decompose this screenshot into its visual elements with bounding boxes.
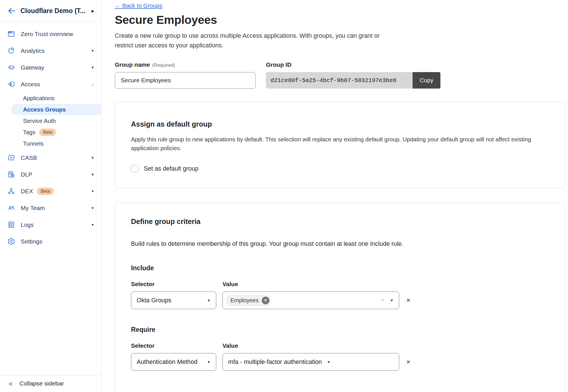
group-identity-row: Group name (Required) Group ID d21ce80f-…	[115, 61, 568, 89]
sidebar-item-label: Analytics	[21, 47, 45, 54]
remove-require-rule-icon[interactable]: ×	[406, 359, 410, 365]
include-rule-row: Okta Groups ▼ Employees × × ▼ ×	[131, 292, 549, 309]
sidebar-item-label: Tunnels	[23, 140, 43, 147]
chevron-up-icon[interactable]: ▲	[91, 82, 94, 86]
include-value-multiselect[interactable]: Employees × × ▼	[222, 292, 399, 309]
pie-chart-icon	[7, 47, 15, 54]
sidebar-item-label: Gateway	[21, 64, 44, 71]
define-group-criteria-card: Define group criteria Build rules to det…	[115, 203, 565, 392]
sidebar-item-label: Access	[21, 81, 40, 88]
sidebar-item-applications[interactable]: Applications	[0, 93, 101, 104]
sidebar-item-access-groups[interactable]: Access Groups	[0, 104, 101, 115]
sidebar-item-my-team[interactable]: My Team ▼	[0, 200, 101, 216]
group-id-label: Group ID	[266, 61, 292, 68]
casb-icon	[7, 154, 15, 162]
sidebar-item-zero-trust-overview[interactable]: Zero Trust overview	[0, 26, 101, 42]
beta-badge: Beta	[39, 129, 56, 136]
chevron-right-icon[interactable]: ▶	[91, 9, 94, 13]
sidebar-item-label: Applications	[23, 95, 55, 102]
sidebar-item-label: My Team	[21, 205, 45, 211]
back-to-groups-link[interactable]: ← Back to Groups	[115, 2, 162, 9]
clear-values-icon[interactable]: ×	[381, 297, 385, 304]
include-selector-dropdown[interactable]: Okta Groups ▼	[131, 292, 216, 309]
require-value-label: Value	[222, 342, 238, 349]
sidebar-item-dex[interactable]: DEX Beta ▼	[0, 183, 101, 200]
require-rule-row: Authentication Method ▼ mfa - multiple-f…	[131, 353, 549, 371]
sidebar-item-label: DLP	[21, 171, 32, 178]
required-hint: (Required)	[152, 62, 175, 68]
document-lock-icon	[7, 171, 15, 178]
require-labels: Selector Value	[131, 342, 549, 349]
sidebar-item-label: Access Groups	[23, 106, 66, 113]
group-name-input[interactable]	[115, 72, 256, 89]
chevron-down-icon[interactable]: ▼	[91, 49, 94, 53]
sidebar-item-label: Logs	[21, 221, 34, 228]
chevron-down-icon[interactable]: ▼	[91, 206, 94, 210]
sidebar-item-tags[interactable]: Tags Beta	[0, 127, 101, 138]
gateway-icon	[7, 64, 15, 71]
chevron-down-icon[interactable]: ▼	[91, 173, 94, 177]
sidebar-item-label: Zero Trust overview	[21, 31, 73, 37]
sidebar-nav: Zero Trust overview Analytics ▼ Gateway …	[0, 22, 101, 392]
double-chevron-left-icon: «	[9, 380, 13, 387]
chevron-down-icon: ▼	[207, 360, 211, 364]
include-selector-value: Okta Groups	[137, 297, 171, 304]
sidebar-item-dlp[interactable]: DLP ▼	[0, 166, 101, 183]
require-selector-label: Selector	[131, 342, 222, 349]
chevron-down-icon: ▼	[327, 360, 331, 364]
include-heading: Include	[131, 264, 549, 272]
chevron-down-icon[interactable]: ▼	[91, 223, 94, 227]
require-value-dropdown[interactable]: mfa - multiple-factor authentication ▼	[222, 353, 399, 371]
people-icon	[7, 204, 15, 212]
include-value-label: Value	[222, 281, 238, 288]
sidebar-item-service-auth[interactable]: Service Auth	[0, 115, 101, 127]
browser-window-icon	[7, 30, 15, 38]
group-id-field: Group ID d21ce80f-5a25-4bcf-9b07-5032197…	[266, 61, 440, 89]
sidebar-item-casb[interactable]: CASB ▼	[0, 149, 101, 166]
chip-remove-icon[interactable]: ×	[262, 297, 269, 304]
chevron-down-icon[interactable]: ▼	[91, 189, 94, 193]
page-description: Create a new rule group to use across mu…	[115, 31, 393, 50]
copy-button[interactable]: Copy	[413, 72, 440, 89]
gear-icon	[7, 238, 15, 245]
include-labels: Selector Value	[131, 281, 549, 288]
sidebar-item-logs[interactable]: Logs ▼	[0, 216, 101, 233]
zero-trust-dashboard: Cloudflare Demo (T... ▶ Zero Trust overv…	[0, 0, 568, 392]
collapse-sidebar-button[interactable]: « Collapse sidebar	[0, 375, 101, 392]
sidebar-item-label: DEX	[21, 188, 33, 195]
require-selector-dropdown[interactable]: Authentication Method ▼	[131, 353, 216, 371]
sidebar-item-label: Settings	[21, 238, 42, 245]
sidebar-item-label: Tags	[23, 129, 35, 136]
define-group-criteria-title: Define group criteria	[131, 217, 549, 226]
remove-include-rule-icon[interactable]: ×	[406, 297, 410, 304]
sidebar-item-tunnels[interactable]: Tunnels	[0, 138, 101, 149]
page-title: Secure Employees	[115, 13, 568, 27]
group-id-box: d21ce80f-5a25-4bcf-9b07-5032197e3be8 Cop…	[266, 72, 440, 89]
main-content: ← Back to Groups Secure Employees Create…	[101, 0, 568, 392]
sidebar: Cloudflare Demo (T... ▶ Zero Trust overv…	[0, 0, 101, 392]
chevron-down-icon[interactable]: ▼	[91, 156, 94, 160]
assign-default-group-title: Assign as default group	[131, 120, 549, 128]
group-name-label: Group name	[115, 61, 150, 68]
set-default-group-row: Set as default group	[131, 165, 549, 172]
sidebar-item-label: Service Auth	[23, 118, 56, 124]
require-selector-value: Authentication Method	[137, 359, 197, 366]
require-value: mfa - multiple-factor authentication	[228, 359, 322, 366]
account-title: Cloudflare Demo (T...	[20, 7, 89, 15]
group-id-value: d21ce80f-5a25-4bcf-9b07-5032197e3be8	[266, 72, 413, 89]
beta-badge: Beta	[37, 188, 54, 195]
include-selector-label: Selector	[131, 281, 222, 288]
sidebar-item-analytics[interactable]: Analytics ▼	[0, 42, 101, 59]
sidebar-item-access[interactable]: Access ▲	[0, 76, 101, 93]
sidebar-header: Cloudflare Demo (T... ▶	[0, 0, 101, 22]
set-default-group-checkbox[interactable]	[131, 165, 138, 172]
sidebar-item-label: CASB	[21, 154, 37, 161]
chevron-down-icon: ▼	[207, 298, 211, 303]
require-heading: Require	[131, 326, 549, 334]
back-arrow-icon[interactable]	[7, 7, 16, 15]
sidebar-item-settings[interactable]: Settings	[0, 233, 101, 250]
chevron-down-icon[interactable]: ▼	[91, 66, 94, 70]
employees-chip: Employees ×	[226, 295, 271, 306]
sidebar-item-gateway[interactable]: Gateway ▼	[0, 59, 101, 76]
list-document-icon	[7, 221, 15, 229]
